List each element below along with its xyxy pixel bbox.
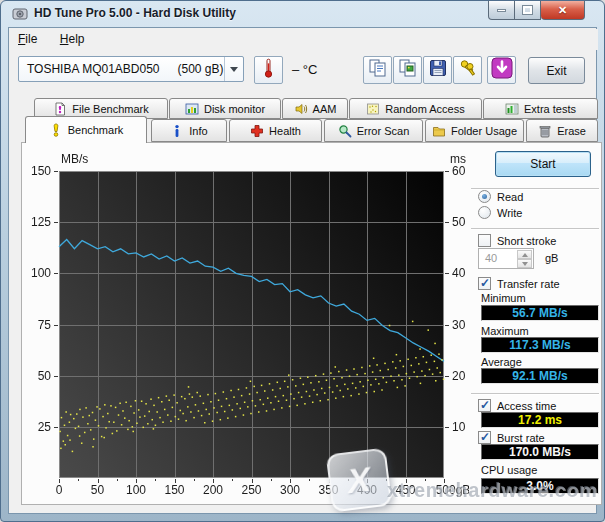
start-button[interactable]: Start: [495, 151, 591, 177]
health-icon: [250, 124, 264, 138]
tab-aam[interactable]: AAM: [282, 98, 348, 119]
minimize-button[interactable]: [488, 1, 515, 20]
minimize-icon: [497, 9, 506, 12]
menu-file[interactable]: File: [9, 29, 46, 49]
folder-icon: [432, 124, 446, 138]
burst-rate-value: 170.0 MB/s: [481, 444, 599, 460]
copy-image-icon: [398, 58, 418, 82]
tab-disk-monitor[interactable]: Disk monitor: [169, 98, 281, 119]
benchmark-icon: [49, 123, 63, 137]
app-disk-icon: [12, 6, 28, 22]
short-stroke-checkbox[interactable]: [478, 234, 491, 247]
speaker-icon: [294, 102, 308, 116]
burst-rate-option[interactable]: Burst rate: [478, 431, 545, 444]
close-button[interactable]: ✕: [541, 1, 585, 20]
burst-rate-checkbox[interactable]: [478, 431, 491, 444]
separator: [471, 393, 599, 395]
save-icon: [428, 58, 448, 82]
window-controls: ✕: [488, 1, 585, 20]
file-benchmark-icon: [53, 102, 67, 116]
maximum-label: Maximum: [481, 325, 529, 337]
error-scan-icon: [338, 124, 352, 138]
tab-folder-usage[interactable]: Folder Usage: [425, 119, 524, 142]
drive-select-dropdown[interactable]: TOSHIBA MQ01ABD050 (500 gB): [18, 56, 244, 82]
access-time-value: 17.2 ms: [481, 412, 599, 428]
short-stroke-unit-label: gB: [545, 252, 558, 264]
extra-tests-icon: [505, 102, 519, 116]
close-icon: ✕: [558, 4, 567, 17]
tab-benchmark[interactable]: Benchmark: [25, 116, 147, 143]
cpu-usage-label: CPU usage: [481, 464, 537, 476]
short-stroke-option[interactable]: Short stroke: [478, 234, 556, 247]
spin-up-icon[interactable]: [517, 250, 532, 259]
access-time-option[interactable]: Access time: [478, 399, 556, 412]
cpu-usage-value: 3.0%: [481, 478, 599, 494]
copy-text-icon: [368, 58, 388, 82]
drive-capacity: (500 gB): [178, 62, 224, 76]
copy-text-button[interactable]: [363, 56, 392, 84]
download-arrow-icon: [491, 57, 513, 83]
app-window: HD Tune Pro 5.00 - Hard Disk Utility ✕ F…: [0, 0, 605, 522]
window-title: HD Tune Pro 5.00 - Hard Disk Utility: [34, 6, 236, 20]
copy-image-button[interactable]: [393, 56, 422, 84]
exit-button[interactable]: Exit: [528, 57, 585, 84]
access-time-checkbox[interactable]: [478, 399, 491, 412]
thermometer-icon: [262, 57, 275, 83]
options-button[interactable]: [453, 56, 482, 84]
write-radio[interactable]: [478, 206, 491, 219]
trash-icon: [538, 124, 552, 138]
minimum-label: Minimum: [481, 292, 526, 304]
write-option[interactable]: Write: [478, 206, 522, 219]
average-label: Average: [481, 356, 522, 368]
maximum-value: 117.3 MB/s: [481, 337, 599, 353]
chevron-down-icon[interactable]: [224, 57, 243, 81]
read-radio[interactable]: [478, 190, 491, 203]
save-button[interactable]: [423, 56, 452, 84]
transfer-rate-checkbox[interactable]: [478, 277, 491, 290]
maximize-button[interactable]: [515, 1, 541, 20]
menu-bar: File Help: [9, 29, 598, 50]
tab-extra-tests[interactable]: Extra tests: [483, 98, 598, 119]
read-option[interactable]: Read: [478, 190, 523, 203]
temperature-button[interactable]: [254, 56, 283, 84]
download-button[interactable]: [487, 56, 516, 84]
tab-error-scan[interactable]: Error Scan: [324, 119, 423, 142]
keys-icon: [458, 58, 478, 82]
tab-health[interactable]: Health: [229, 119, 322, 142]
transfer-rate-option[interactable]: Transfer rate: [478, 277, 560, 290]
menu-help[interactable]: Help: [51, 29, 94, 49]
spin-down-icon[interactable]: [517, 259, 532, 268]
tab-erase[interactable]: Erase: [526, 119, 598, 142]
tab-random-access[interactable]: Random Access: [349, 98, 482, 119]
random-access-icon: [366, 102, 380, 116]
drive-name: TOSHIBA MQ01ABD050: [27, 62, 160, 76]
disk-monitor-icon: [185, 102, 199, 116]
average-value: 92.1 MB/s: [481, 368, 599, 384]
info-icon: [170, 124, 184, 138]
minimum-value: 56.7 MB/s: [481, 305, 599, 321]
benchmark-chart: [25, 145, 469, 505]
temperature-value: – °C: [292, 62, 317, 77]
tab-info[interactable]: Info: [151, 119, 227, 142]
maximize-icon: [523, 6, 532, 14]
short-stroke-size-stepper[interactable]: 40: [478, 248, 534, 269]
separator: [471, 228, 599, 230]
